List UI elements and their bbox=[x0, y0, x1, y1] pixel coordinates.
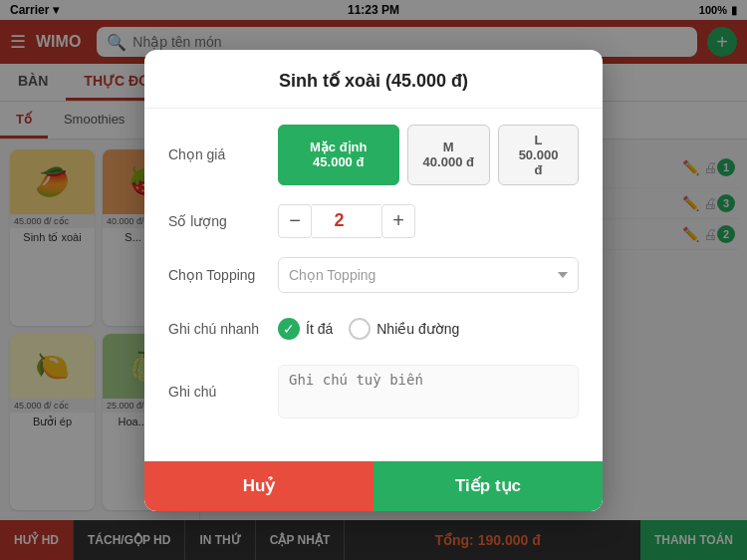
note-row: Ghi chú bbox=[168, 365, 579, 419]
modal-overlay: Sinh tố xoài (45.000 đ) Chọn giá Mặc địn… bbox=[0, 0, 747, 560]
topping-row: Chọn Topping Chọn Topping bbox=[168, 257, 579, 293]
quick-note-row: Ghi chú nhanh ✓ Ít đá Nhiều đường bbox=[168, 311, 579, 347]
confirm-button[interactable]: Tiếp tục bbox=[374, 461, 603, 511]
price-m-button[interactable]: M 40.000 đ bbox=[407, 125, 491, 185]
cancel-button[interactable]: Huỷ bbox=[144, 461, 374, 511]
nhieu-duong-check-icon bbox=[349, 318, 371, 340]
nhieu-duong-label: Nhiều đường bbox=[376, 321, 459, 337]
modal-body: Chọn giá Mặc định 45.000 đ M 40.000 đ L … bbox=[144, 109, 603, 452]
price-row: Chọn giá Mặc định 45.000 đ M 40.000 đ L … bbox=[168, 125, 579, 185]
modal-title: Sinh tố xoài (45.000 đ) bbox=[144, 70, 603, 109]
increase-button[interactable]: + bbox=[381, 204, 415, 238]
it-da-option[interactable]: ✓ Ít đá bbox=[278, 318, 333, 340]
quick-note-label: Ghi chú nhanh bbox=[168, 321, 278, 337]
nhieu-duong-option[interactable]: Nhiều đường bbox=[349, 318, 459, 340]
topping-content: Chọn Topping bbox=[278, 257, 579, 293]
quantity-row: Số lượng − + bbox=[168, 203, 579, 239]
price-options: Mặc định 45.000 đ M 40.000 đ L 50.000 đ bbox=[278, 125, 579, 185]
note-content bbox=[278, 365, 579, 419]
price-l-button[interactable]: L 50.000 đ bbox=[498, 125, 579, 185]
modal-dialog: Sinh tố xoài (45.000 đ) Chọn giá Mặc địn… bbox=[144, 50, 603, 511]
modal-footer: Huỷ Tiếp tục bbox=[144, 460, 603, 511]
quick-notes: ✓ Ít đá Nhiều đường bbox=[278, 318, 579, 340]
topping-label: Chọn Topping bbox=[168, 267, 278, 283]
decrease-button[interactable]: − bbox=[278, 204, 312, 238]
quantity-input[interactable] bbox=[312, 204, 381, 238]
quantity-control: − + bbox=[278, 204, 579, 238]
note-label: Ghi chú bbox=[168, 384, 278, 400]
price-label: Chọn giá bbox=[168, 146, 278, 162]
quantity-label: Số lượng bbox=[168, 213, 278, 229]
price-default-button[interactable]: Mặc định 45.000 đ bbox=[278, 125, 399, 185]
it-da-label: Ít đá bbox=[306, 321, 333, 337]
note-textarea[interactable] bbox=[289, 372, 568, 408]
topping-select[interactable]: Chọn Topping bbox=[278, 257, 579, 293]
it-da-check-icon: ✓ bbox=[278, 318, 300, 340]
